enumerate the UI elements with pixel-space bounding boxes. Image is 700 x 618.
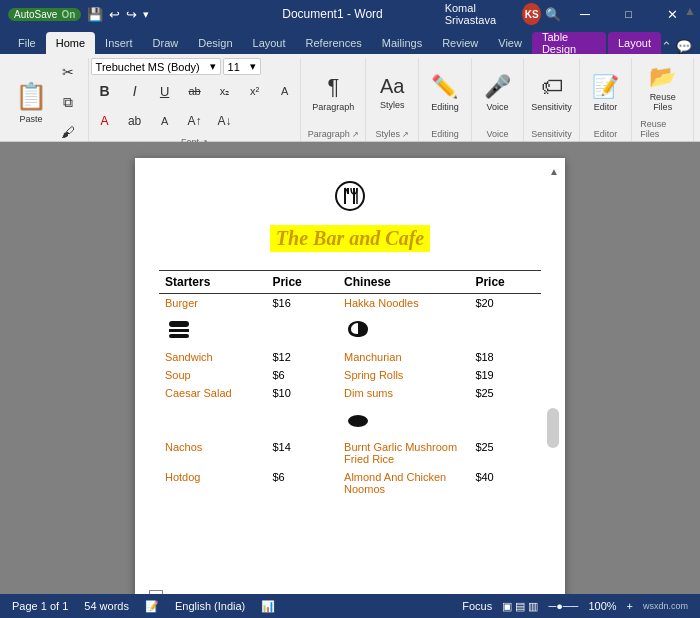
undo-icon[interactable]: ↩ [109, 7, 120, 22]
starter-price: $16 [266, 294, 338, 313]
sensitivity-label: Sensitivity [531, 127, 572, 141]
tab-draw[interactable]: Draw [143, 32, 189, 54]
comment-icon[interactable]: 💬 [676, 39, 692, 54]
ribbon-group-voice: 🎤 Voice Voice [472, 58, 525, 141]
editor-button[interactable]: 📝 Editor [586, 72, 624, 114]
user-avatar[interactable]: KS [522, 3, 541, 25]
clear-format-button[interactable]: A [271, 77, 299, 105]
paragraph-label: Paragraph ↗ [308, 127, 359, 141]
ribbon-arrow-up[interactable]: ▲ [684, 4, 696, 18]
chinese-name: Spring Rolls [338, 366, 469, 384]
table-row: Soup$6Spring Rolls$19 [159, 366, 541, 384]
tab-design[interactable]: Design [188, 32, 242, 54]
font-size-selector[interactable]: 11 ▾ [223, 58, 261, 75]
chinese-name: Dim sums [338, 384, 469, 402]
font-size-down-button[interactable]: A↓ [211, 107, 239, 135]
more-icon[interactable]: ▾ [143, 8, 149, 21]
title-bar: AutoSave On 💾 ↩ ↪ ▾ Document1 - Word Kom… [0, 0, 700, 28]
header-chinese: Chinese [338, 271, 469, 294]
zoom-slider[interactable]: ─●── [548, 600, 578, 612]
view-mode-icons: ▣ ▤ ▥ [502, 600, 538, 613]
tab-table-design[interactable]: Table Design [532, 32, 606, 54]
document-area: ▲ The Bar and Cafe [0, 142, 700, 594]
redo-icon[interactable]: ↪ [126, 7, 137, 22]
italic-button[interactable]: I [121, 77, 149, 105]
underline-button[interactable]: U [151, 77, 179, 105]
table-icon-row [159, 312, 541, 348]
document-header: The Bar and Cafe [159, 178, 541, 262]
tab-file[interactable]: File [8, 32, 46, 54]
bold-button[interactable]: B [91, 77, 119, 105]
paragraph-button[interactable]: ¶ Paragraph [314, 72, 352, 114]
svg-rect-5 [169, 321, 189, 327]
starter-price: $14 [266, 438, 338, 468]
ribbon-collapse-icon[interactable]: ⌃ [661, 39, 672, 54]
starter-name: Soup [159, 366, 266, 384]
styles-expand-icon[interactable]: ↗ [402, 130, 409, 139]
cut-button[interactable]: ✂ [54, 58, 82, 86]
editing-label: Editing [431, 127, 459, 141]
starter-price: $12 [266, 348, 338, 366]
font-size-up-button[interactable]: A↑ [181, 107, 209, 135]
header-price2: Price [469, 271, 541, 294]
highlight-button[interactable]: ab [121, 107, 149, 135]
chinese-name: Almond And Chicken Noomos [338, 468, 469, 498]
chinese-price: $19 [469, 366, 541, 384]
paragraph-expand-icon[interactable]: ↗ [352, 130, 359, 139]
chinese-price: $20 [469, 294, 541, 313]
chinese-name: Manchurian [338, 348, 469, 366]
superscript-button[interactable]: x² [241, 77, 269, 105]
autosave-toggle[interactable]: AutoSave On [8, 8, 81, 21]
tab-mailings[interactable]: Mailings [372, 32, 432, 54]
word-count: 54 words [84, 600, 129, 612]
dictate-button[interactable]: 🎤 Voice [479, 72, 517, 114]
font-color-row: A ab A A↑ A↓ [91, 107, 239, 135]
subscript-button[interactable]: x₂ [211, 77, 239, 105]
strikethrough-button[interactable]: ab [181, 77, 209, 105]
tab-home[interactable]: Home [46, 32, 95, 54]
reuse-files-button[interactable]: 📂 ReuseFiles [644, 67, 682, 109]
styles-button[interactable]: Aa Styles [373, 72, 411, 114]
chinese-price: $40 [469, 468, 541, 498]
font-color-button[interactable]: A [91, 107, 119, 135]
clipboard-content: 📋 Paste ✂ ⧉ 🖌 [12, 58, 82, 146]
title-bar-right: Komal Srivastava KS 🔍 ─ □ ✕ [445, 0, 692, 28]
sensitivity-content: 🏷 Sensitivity [533, 58, 571, 127]
font-shading-button[interactable]: A [151, 107, 179, 135]
voice-content: 🎤 Voice [479, 58, 517, 127]
tab-layout[interactable]: Layout [243, 32, 296, 54]
size-dropdown-icon: ▾ [250, 60, 256, 73]
ribbon-group-clipboard: 📋 Paste ✂ ⧉ 🖌 Clipboard ↗ [6, 58, 89, 141]
sensitivity-button[interactable]: 🏷 Sensitivity [533, 72, 571, 114]
search-icon[interactable]: 🔍 [545, 7, 561, 22]
table-row: Caesar Salad$10Dim sums$25 [159, 384, 541, 402]
svg-rect-6 [169, 329, 189, 332]
scroll-up-icon[interactable]: ▲ [549, 166, 559, 177]
restaurant-icon [159, 178, 541, 221]
editing-content: ✏️ Editing [426, 58, 464, 127]
status-bar: Page 1 of 1 54 words 📝 English (India) 📊… [0, 594, 700, 618]
copy-button[interactable]: ⧉ [54, 88, 82, 116]
font-name-selector[interactable]: Trebuchet MS (Body) ▾ [91, 58, 221, 75]
paste-button[interactable]: 📋 Paste [12, 81, 50, 123]
save-icon[interactable]: 💾 [87, 7, 103, 22]
tab-references[interactable]: References [296, 32, 372, 54]
maximize-button[interactable]: □ [609, 0, 649, 28]
focus-button[interactable]: Focus [462, 600, 492, 612]
chinese-name: Burnt Garlic Mushroom Fried Rice [338, 438, 469, 468]
editor-label: Editor [594, 127, 618, 141]
editing-button[interactable]: ✏️ Editing [426, 72, 464, 114]
ribbon-group-reuse: 📂 ReuseFiles Reuse Files [632, 58, 694, 141]
document-title: Document1 - Word [282, 7, 382, 21]
user-name: Komal Srivastava [445, 2, 519, 26]
minimize-button[interactable]: ─ [565, 0, 605, 28]
chinese-name: Hakka Noodles [338, 294, 469, 313]
tab-insert[interactable]: Insert [95, 32, 143, 54]
language-icon: 📝 [145, 600, 159, 613]
zoom-in-icon[interactable]: + [627, 600, 633, 612]
ribbon-tabs: File Home Insert Draw Design Layout Refe… [0, 28, 700, 54]
tab-view[interactable]: View [488, 32, 532, 54]
chinese-price: $25 [469, 384, 541, 402]
tab-review[interactable]: Review [432, 32, 488, 54]
tab-layout-table[interactable]: Layout [608, 32, 661, 54]
